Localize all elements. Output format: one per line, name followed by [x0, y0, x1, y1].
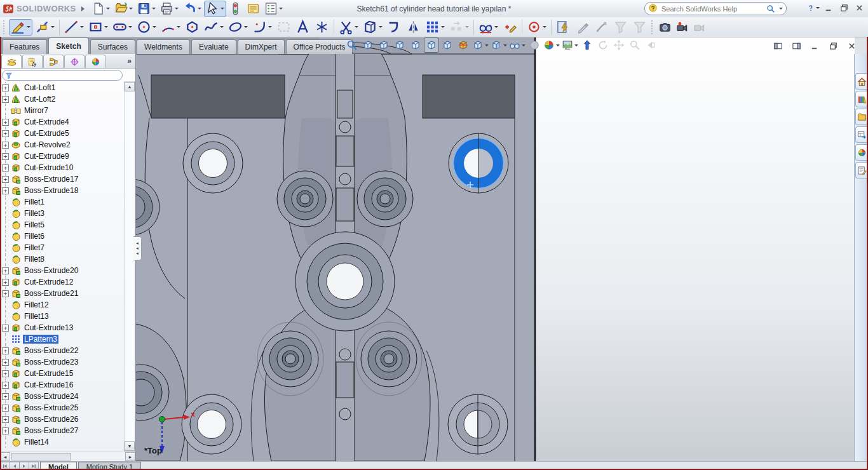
tree-item-cut-extrude15[interactable]: +Cut-Extrude15: [0, 368, 135, 379]
tree-item-cut-extrude10[interactable]: +Cut-Extrude10: [0, 162, 135, 173]
tree-vertical-scrollbar[interactable]: ▲ ▼: [124, 81, 135, 452]
tree-item-cut-extrude13[interactable]: +Cut-Extrude13: [0, 322, 135, 333]
appearances-scenes-tab[interactable]: [855, 144, 868, 161]
expand-toggle[interactable]: +: [2, 427, 9, 434]
corner-rectangle-button[interactable]: [86, 19, 110, 36]
tree-item-label[interactable]: Cut-Extrude10: [23, 163, 74, 172]
tree-item-fillet3[interactable]: Fillet3: [0, 208, 135, 219]
tree-item-label[interactable]: Fillet6: [23, 232, 46, 241]
tree-item-fillet7[interactable]: Fillet7: [0, 242, 135, 253]
view-right-button[interactable]: [408, 37, 423, 53]
dropdown-arrow-icon[interactable]: [106, 8, 110, 10]
tab-dimxpert[interactable]: DimXpert: [238, 39, 285, 54]
sketch-button[interactable]: [9, 19, 32, 36]
tree-item-label[interactable]: Mirror7: [23, 106, 50, 115]
dropdown-arrow-icon[interactable]: [574, 44, 578, 46]
circle-button[interactable]: [135, 19, 158, 36]
smart-dimension-button[interactable]: [33, 19, 57, 36]
convert-entities-button[interactable]: [361, 19, 384, 36]
expand-toggle[interactable]: +: [2, 84, 9, 91]
tree-item-boss-extrude17[interactable]: +Boss-Extrude17: [0, 173, 135, 185]
dropdown-arrow-icon[interactable]: [494, 26, 498, 28]
shadows-toggle-button[interactable]: [527, 37, 542, 53]
tree-item-label[interactable]: Fillet8: [23, 255, 46, 264]
tree-item-label[interactable]: Cut-Extrude16: [23, 380, 74, 389]
select-button[interactable]: [204, 1, 226, 17]
expand-toggle[interactable]: +: [2, 130, 9, 137]
tree-item-cut-extrude9[interactable]: +Cut-Extrude9: [0, 151, 135, 162]
straight-slot-button[interactable]: [111, 19, 134, 36]
restore-document-button[interactable]: [827, 39, 839, 52]
tree-item-boss-extrude26[interactable]: +Boss-Extrude26: [0, 413, 135, 425]
expand-toggle[interactable]: +: [2, 119, 9, 126]
scroll-up-arrow[interactable]: ▲: [125, 82, 135, 91]
tree-item-label[interactable]: Cut-Extrude4: [23, 117, 71, 126]
hide-show-items-button[interactable]: [508, 37, 526, 53]
tree-item-label[interactable]: Boss-Extrude22: [23, 346, 79, 355]
dropdown-arrow-icon[interactable]: [485, 44, 489, 46]
tree-item-cut-extrude4[interactable]: +Cut-Extrude4: [0, 116, 135, 128]
dropdown-arrow-icon[interactable]: [177, 26, 180, 28]
file-explorer-tab[interactable]: [855, 109, 868, 125]
expand-toggle[interactable]: +: [2, 382, 9, 389]
file-properties-button[interactable]: [245, 1, 262, 17]
dropdown-arrow-icon[interactable]: [198, 8, 201, 10]
tab-surfaces[interactable]: Surfaces: [90, 39, 135, 54]
dropdown-arrow-icon[interactable]: [80, 26, 84, 28]
toolbar-drag-handle[interactable]: [3, 20, 6, 34]
tree-item-mirror7[interactable]: Mirror7: [0, 105, 135, 116]
tree-item-fillet13[interactable]: Fillet13: [0, 311, 135, 322]
polygon-button[interactable]: [183, 19, 201, 36]
dropdown-arrow-icon[interactable]: [355, 26, 358, 28]
tree-item-cut-extrude5[interactable]: +Cut-Extrude5: [0, 128, 135, 139]
tree-item-cut-extrude16[interactable]: +Cut-Extrude16: [0, 379, 135, 391]
options-button[interactable]: [262, 1, 285, 17]
normal-to-button[interactable]: [580, 37, 595, 53]
tree-item-cut-loft2[interactable]: +Cut-Loft2: [0, 93, 135, 105]
cylinder-head-model[interactable]: [135, 37, 536, 461]
tree-item-label[interactable]: Fillet3: [23, 209, 46, 218]
instant2d-button[interactable]: [573, 19, 592, 36]
tab-weldments[interactable]: Weldments: [137, 39, 190, 54]
dropdown-arrow-icon[interactable]: [128, 26, 132, 28]
tree-item-cut-loft1[interactable]: +Cut-Loft1: [0, 82, 135, 93]
tree-item-label[interactable]: Boss-Extrude27: [23, 426, 79, 435]
view-left-button[interactable]: [392, 37, 407, 53]
tree-item-fillet8[interactable]: Fillet8: [0, 253, 135, 265]
expand-toggle[interactable]: +: [2, 142, 9, 149]
tree-item-label[interactable]: Cut-Extrude13: [23, 323, 74, 332]
save-button[interactable]: [135, 1, 158, 17]
view-front-button[interactable]: [360, 37, 376, 53]
valve-port[interactable]: [262, 331, 318, 387]
tree-item-cut-extrude12[interactable]: +Cut-Extrude12: [0, 276, 135, 288]
expand-toggle[interactable]: +: [2, 359, 9, 366]
dropdown-arrow-icon[interactable]: [244, 26, 248, 28]
expand-toggle[interactable]: +: [2, 405, 9, 412]
search-box[interactable]: [644, 2, 787, 15]
toggle-featuremanager-pane-button[interactable]: [771, 39, 784, 52]
sketch-ink-button[interactable]: [592, 19, 611, 36]
expand-toggle[interactable]: +: [2, 279, 9, 286]
central-boss[interactable]: [295, 232, 395, 331]
expand-toggle[interactable]: +: [2, 153, 9, 160]
tree-item-label[interactable]: Boss-Extrude17: [23, 175, 79, 184]
tabstrip-overflow-chevrons[interactable]: »: [127, 57, 132, 65]
tree-item-label[interactable]: Fillet5: [23, 220, 46, 229]
tree-item-label[interactable]: Fillet14: [23, 438, 50, 446]
quick-snaps-button[interactable]: [525, 19, 548, 36]
tree-item-fillet14[interactable]: Fillet14: [0, 436, 135, 448]
view-back-button[interactable]: [376, 37, 391, 53]
tree-item-fillet1[interactable]: Fillet1: [0, 196, 135, 208]
tree-item-boss-extrude27[interactable]: +Boss-Extrude27: [0, 425, 135, 436]
mirror-entities-button[interactable]: [404, 19, 423, 36]
valve-port[interactable]: [357, 171, 413, 227]
tree-item-label[interactable]: LPattern3: [23, 335, 58, 344]
offset-entities-button[interactable]: [385, 19, 403, 36]
dropdown-arrow-icon[interactable]: [816, 7, 820, 9]
tree-item-label[interactable]: Cut-Loft2: [23, 95, 57, 104]
dropdown-arrow-icon[interactable]: [104, 26, 108, 28]
zoom-to-fit-button[interactable]: [344, 37, 360, 53]
print-button[interactable]: [158, 1, 180, 17]
edit-appearance-button[interactable]: [543, 37, 560, 53]
expand-toggle[interactable]: +: [2, 187, 9, 194]
